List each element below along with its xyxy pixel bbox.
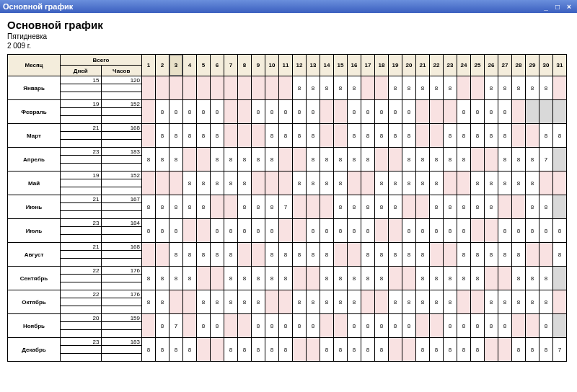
cell-1-17[interactable]: 8 xyxy=(361,100,375,124)
month-9-days-c[interactable] xyxy=(61,306,102,314)
cell-9-31[interactable] xyxy=(553,290,567,314)
cell-2-10[interactable]: 8 xyxy=(265,124,279,148)
month-5-hours[interactable]: 167 xyxy=(101,195,142,203)
cell-2-26[interactable]: 8 xyxy=(485,124,498,148)
cell-7-31[interactable]: 8 xyxy=(553,243,567,267)
cell-11-7[interactable]: 8 xyxy=(224,338,238,362)
cell-8-23[interactable]: 8 xyxy=(444,267,457,290)
month-11-hours[interactable]: 183 xyxy=(101,338,142,346)
col-day-11[interactable]: 11 xyxy=(279,55,293,76)
cell-9-7[interactable]: 8 xyxy=(224,290,238,314)
month-9-days[interactable]: 22 xyxy=(61,290,102,298)
cell-10-12[interactable]: 8 xyxy=(293,314,307,338)
month-10-days[interactable]: 20 xyxy=(61,314,102,322)
cell-6-7[interactable]: 8 xyxy=(224,219,238,243)
cell-2-15[interactable] xyxy=(334,124,348,148)
cell-3-3[interactable]: 8 xyxy=(169,148,183,172)
cell-10-30[interactable]: 8 xyxy=(539,314,553,338)
cell-11-17[interactable]: 8 xyxy=(361,338,375,362)
col-month[interactable]: Месяц xyxy=(8,55,61,76)
cell-3-27[interactable]: 8 xyxy=(498,148,512,172)
cell-2-6[interactable]: 8 xyxy=(211,124,224,148)
cell-4-15[interactable]: 8 xyxy=(334,172,348,195)
cell-6-29[interactable]: 8 xyxy=(526,219,539,243)
cell-5-18[interactable]: 8 xyxy=(375,195,389,219)
cell-9-19[interactable]: 8 xyxy=(389,290,402,314)
cell-9-9[interactable]: 8 xyxy=(252,290,265,314)
cell-0-5[interactable] xyxy=(197,76,211,100)
cell-7-5[interactable]: 8 xyxy=(197,243,211,267)
month-7-hours-c[interactable] xyxy=(101,259,142,267)
month-9-days-b[interactable] xyxy=(61,298,102,306)
cell-8-24[interactable]: 8 xyxy=(457,267,471,290)
cell-1-6[interactable]: 8 xyxy=(211,100,224,124)
month-0-days[interactable]: 15 xyxy=(61,76,102,84)
cell-3-21[interactable]: 8 xyxy=(416,148,430,172)
cell-6-2[interactable]: 8 xyxy=(156,219,169,243)
cell-7-13[interactable]: 8 xyxy=(307,243,320,267)
cell-7-21[interactable]: 8 xyxy=(416,243,430,267)
col-day-23[interactable]: 23 xyxy=(444,55,457,76)
month-5-hours-b[interactable] xyxy=(101,203,142,211)
col-day-12[interactable]: 12 xyxy=(293,55,307,76)
cell-0-14[interactable]: 8 xyxy=(320,76,334,100)
cell-2-29[interactable] xyxy=(526,124,539,148)
cell-7-20[interactable]: 8 xyxy=(402,243,416,267)
cell-10-28[interactable] xyxy=(512,314,526,338)
cell-9-11[interactable] xyxy=(279,290,293,314)
cell-8-29[interactable]: 8 xyxy=(526,267,539,290)
month-2-days[interactable]: 21 xyxy=(61,124,102,132)
cell-4-26[interactable]: 8 xyxy=(485,172,498,195)
cell-3-11[interactable] xyxy=(279,148,293,172)
cell-11-6[interactable] xyxy=(211,338,224,362)
col-day-26[interactable]: 26 xyxy=(485,55,498,76)
cell-10-4[interactable] xyxy=(183,314,197,338)
cell-8-22[interactable]: 8 xyxy=(430,267,444,290)
cell-0-8[interactable] xyxy=(238,76,252,100)
close-button[interactable]: × xyxy=(564,1,574,12)
month-11[interactable]: Декабрь xyxy=(8,338,61,362)
cell-6-24[interactable]: 8 xyxy=(457,219,471,243)
cell-5-27[interactable] xyxy=(498,195,512,219)
cell-6-22[interactable]: 8 xyxy=(430,219,444,243)
cell-9-30[interactable]: 8 xyxy=(539,290,553,314)
cell-4-31[interactable] xyxy=(553,172,567,195)
cell-8-28[interactable]: 8 xyxy=(512,267,526,290)
cell-9-5[interactable]: 8 xyxy=(197,290,211,314)
month-0-hours-b[interactable] xyxy=(101,84,142,92)
cell-10-5[interactable]: 8 xyxy=(197,314,211,338)
cell-1-30[interactable] xyxy=(539,100,553,124)
month-0-days-c[interactable] xyxy=(61,92,102,100)
cell-9-20[interactable]: 8 xyxy=(402,290,416,314)
cell-8-10[interactable]: 8 xyxy=(265,267,279,290)
cell-7-4[interactable]: 8 xyxy=(183,243,197,267)
col-hours[interactable]: Часов xyxy=(101,66,142,76)
month-9[interactable]: Октябрь xyxy=(8,290,61,314)
cell-5-25[interactable]: 8 xyxy=(471,195,485,219)
cell-3-6[interactable]: 8 xyxy=(211,148,224,172)
cell-11-2[interactable]: 8 xyxy=(156,338,169,362)
cell-0-7[interactable] xyxy=(224,76,238,100)
cell-0-30[interactable]: 8 xyxy=(539,76,553,100)
cell-4-12[interactable]: 8 xyxy=(293,172,307,195)
month-4-hours[interactable]: 152 xyxy=(101,172,142,179)
cell-6-14[interactable]: 8 xyxy=(320,219,334,243)
cell-10-29[interactable] xyxy=(526,314,539,338)
cell-8-17[interactable]: 8 xyxy=(361,267,375,290)
cell-11-31[interactable]: 7 xyxy=(553,338,567,362)
cell-6-26[interactable] xyxy=(485,219,498,243)
col-day-3[interactable]: 3 xyxy=(169,55,183,76)
cell-11-4[interactable]: 8 xyxy=(183,338,197,362)
cell-0-2[interactable] xyxy=(156,76,169,100)
cell-2-19[interactable]: 8 xyxy=(389,124,402,148)
cell-4-10[interactable] xyxy=(265,172,279,195)
cell-5-15[interactable]: 8 xyxy=(334,195,348,219)
cell-7-24[interactable]: 8 xyxy=(457,243,471,267)
cell-11-23[interactable]: 8 xyxy=(444,338,457,362)
cell-7-18[interactable]: 8 xyxy=(375,243,389,267)
cell-7-28[interactable]: 8 xyxy=(512,243,526,267)
cell-4-16[interactable] xyxy=(348,172,361,195)
month-2-hours-b[interactable] xyxy=(101,132,142,140)
month-0[interactable]: Январь xyxy=(8,76,61,100)
col-day-10[interactable]: 10 xyxy=(265,55,279,76)
